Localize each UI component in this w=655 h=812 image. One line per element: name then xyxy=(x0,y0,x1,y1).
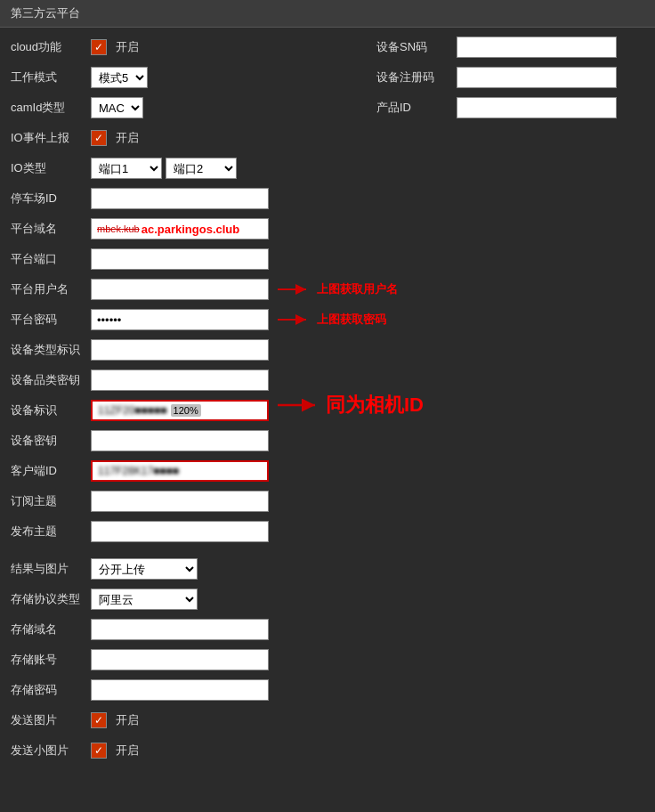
device-id-percent: 120% xyxy=(171,404,201,417)
storage-password-label: 存储密码 xyxy=(11,682,91,698)
device-reg-label: 设备注册码 xyxy=(376,69,457,85)
cloud-enable-checkbox[interactable]: ✓ xyxy=(91,39,107,55)
title-bar: 第三方云平台 xyxy=(0,0,655,28)
window: 第三方云平台 cloud功能 ✓ 开启 设备SN码 工作模式 模式5 设 xyxy=(0,0,655,775)
annotation-arrow-device-id xyxy=(278,387,322,423)
domain-label: 平台域名 xyxy=(11,221,91,237)
client-id-label: 客户端ID xyxy=(11,463,91,479)
subscribe-label: 订阅主题 xyxy=(11,493,91,509)
device-key-label: 设备密钥 xyxy=(11,433,91,449)
username-label: 平台用户名 xyxy=(11,281,91,297)
storage-account-label: 存储账号 xyxy=(11,652,91,668)
parking-id-label: 停车场ID xyxy=(11,191,91,207)
parking-id-input[interactable]: 1212 xyxy=(91,188,269,209)
storage-password-input[interactable] xyxy=(91,679,269,701)
subscribe-input[interactable]: command xyxy=(91,491,269,512)
device-type-input[interactable]: device xyxy=(91,339,269,361)
device-id-label: 设备标识 xyxy=(11,402,91,418)
device-category-label: 设备品类密钥 xyxy=(11,372,91,388)
password-input[interactable] xyxy=(91,309,269,330)
cloud-enable-label: cloud功能 xyxy=(11,39,91,55)
port-input[interactable]: 1883 xyxy=(91,248,269,270)
annotation-device-id: 同为相机ID xyxy=(326,392,424,418)
annotation-arrow-username xyxy=(278,280,313,298)
send-small-img-checkbox[interactable]: ✓ xyxy=(91,743,107,759)
annotation-arrow-password xyxy=(278,311,313,329)
device-id-value: 11ZF20■■■■■ xyxy=(98,404,167,417)
device-category-input[interactable] xyxy=(91,369,269,391)
domain-value: ac.parkingos.club xyxy=(142,223,240,236)
storage-account-input[interactable] xyxy=(91,649,269,670)
storage-domain-label: 存储域名 xyxy=(11,621,91,637)
password-label: 平台密码 xyxy=(11,312,91,328)
storage-protocol-label: 存储协议类型 xyxy=(11,591,91,607)
io-event-label: IO事件上报 xyxy=(11,130,91,146)
window-title: 第三方云平台 xyxy=(11,6,80,20)
io-type-label: IO类型 xyxy=(11,160,91,176)
camid-label: camId类型 xyxy=(11,100,91,116)
storage-protocol-select[interactable]: 阿里云 xyxy=(91,589,198,610)
io-port2-select[interactable]: 端口2 xyxy=(166,158,237,179)
io-event-value: 开启 xyxy=(116,130,139,146)
result-img-select[interactable]: 分开上传 xyxy=(91,558,198,580)
annotation-password: 上图获取密码 xyxy=(317,312,386,328)
io-port1-select[interactable]: 端口1 xyxy=(91,158,162,179)
work-mode-select[interactable]: 模式5 xyxy=(91,67,148,88)
send-small-img-label: 发送小图片 xyxy=(11,743,91,759)
storage-domain-input[interactable] xyxy=(91,619,269,640)
device-sn-label: 设备SN码 xyxy=(376,39,457,55)
publish-input[interactable]: qianyi xyxy=(91,521,269,542)
annotation-username: 上图获取用户名 xyxy=(317,281,398,297)
device-type-label: 设备类型标识 xyxy=(11,342,91,358)
publish-label: 发布主题 xyxy=(11,524,91,540)
product-id-input[interactable] xyxy=(457,97,617,118)
client-id-value: 117F28K17■■■■ xyxy=(98,465,179,477)
port-label: 平台端口 xyxy=(11,251,91,267)
io-event-checkbox[interactable]: ✓ xyxy=(91,130,107,146)
work-mode-label: 工作模式 xyxy=(11,69,91,85)
device-key-input[interactable] xyxy=(91,430,269,451)
domain-strikethrough: mbek.kub xyxy=(97,223,140,234)
result-img-label: 结果与图片 xyxy=(11,561,91,577)
device-sn-input[interactable] xyxy=(457,37,617,58)
username-input[interactable]: admin xyxy=(91,279,269,300)
device-reg-input[interactable] xyxy=(457,67,617,88)
product-id-label: 产品ID xyxy=(376,100,457,116)
send-img-value: 开启 xyxy=(116,712,139,728)
send-img-checkbox[interactable]: ✓ xyxy=(91,712,107,728)
send-small-img-value: 开启 xyxy=(116,743,139,759)
camid-select[interactable]: MAC xyxy=(91,97,143,118)
send-img-label: 发送图片 xyxy=(11,712,91,728)
cloud-enable-value: 开启 xyxy=(116,39,139,55)
